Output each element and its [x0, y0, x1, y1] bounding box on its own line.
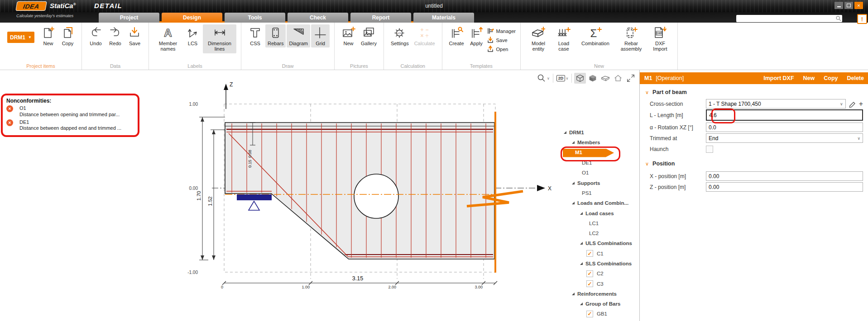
expand-icon[interactable]	[572, 293, 575, 295]
new-operation-button[interactable]: New	[803, 75, 815, 81]
drawing-canvas[interactable]: Z X 1.00 0.00 -1.00	[0, 70, 639, 321]
trimmed-at-select[interactable]: End ∨	[706, 133, 863, 143]
dimension-lines-toggle[interactable]: Dimension lines	[203, 24, 236, 53]
expand-icon[interactable]	[564, 131, 566, 134]
tab-project[interactable]: Project	[99, 13, 159, 23]
tree-item-reinforcements[interactable]: Reinforcements	[563, 289, 638, 299]
search-icon[interactable]	[835, 15, 842, 22]
cross-section-select[interactable]: 1 - T Shape 1700,450 ∨	[706, 99, 846, 109]
search-input[interactable]	[736, 16, 835, 21]
tab-check[interactable]: Check	[288, 13, 348, 23]
tab-tools[interactable]: Tools	[225, 13, 285, 23]
tree-item-o1[interactable]: O1	[563, 168, 638, 178]
tab-materials[interactable]: Materials	[413, 13, 474, 23]
rebars-toggle[interactable]: Rebars	[265, 24, 286, 47]
checkbox-checked[interactable]: ✓	[586, 311, 593, 317]
clip-plane-button[interactable]	[599, 73, 611, 84]
zoom-tool-button[interactable]: ∨	[536, 73, 551, 84]
copy-project-item-button[interactable]: Copy	[58, 24, 77, 47]
expand-icon[interactable]	[580, 262, 583, 265]
apply-template-button[interactable]: Apply	[467, 24, 486, 47]
expand-icon[interactable]	[572, 182, 575, 184]
add-cross-section-icon[interactable]: +	[859, 101, 863, 107]
collapse-icon[interactable]: ∨	[645, 90, 649, 95]
delete-operation-button[interactable]: Delete	[847, 75, 864, 81]
gallery-button[interactable]: Gallery	[359, 24, 379, 47]
tree-item-uls-combinations[interactable]: ULS Combinations	[563, 238, 638, 248]
x-position-input[interactable]: 0.00	[706, 171, 863, 181]
collapse-icon[interactable]: ∨	[645, 161, 649, 167]
import-dxf-button[interactable]: Import DXF	[763, 75, 794, 81]
expand-icon[interactable]	[572, 202, 575, 204]
template-manager-button[interactable]: Manager	[487, 27, 516, 35]
close-button[interactable]: ×	[854, 2, 863, 9]
template-save-button[interactable]: Save	[487, 36, 516, 44]
tab-design[interactable]: Design	[162, 13, 222, 23]
undo-button[interactable]: Undo	[86, 24, 105, 47]
tree-item-c2[interactable]: ✓C2	[563, 269, 638, 279]
grid-toggle[interactable]: Grid	[311, 24, 330, 47]
rotation-input[interactable]: 0.0	[706, 123, 863, 132]
project-item-selector[interactable]: DRM1▼	[7, 32, 34, 43]
tree-item-group-of-bars[interactable]: Group of Bars	[563, 299, 638, 309]
svg-text:-1.00: -1.00	[187, 270, 198, 275]
tree-item-gb1[interactable]: ✓GB1	[563, 309, 638, 319]
dim-offset-b: 0.15	[248, 160, 252, 168]
alert-badge[interactable]: !	[857, 14, 867, 24]
opening-circle[interactable]	[354, 174, 398, 218]
home-view-button[interactable]	[612, 73, 624, 84]
new-combination-button[interactable]: Σ Combination	[576, 24, 615, 47]
tree-item-m1-selected[interactable]: M1	[563, 148, 638, 158]
section-part-of-beam[interactable]: ∨ Part of beam	[645, 89, 687, 95]
new-load-case-button[interactable]: Load case	[552, 24, 575, 53]
expand-icon[interactable]	[580, 242, 583, 245]
copy-operation-button[interactable]: Copy	[824, 75, 838, 81]
checkbox-checked[interactable]: ✓	[586, 280, 593, 287]
expand-icon[interactable]	[572, 141, 575, 144]
member-names-toggle[interactable]: A Member names	[153, 24, 182, 53]
new-model-entity-button[interactable]: Model entity	[525, 24, 551, 53]
z-position-input[interactable]: 0.00	[706, 182, 863, 192]
diagram-toggle[interactable]: Diagram	[287, 24, 310, 47]
new-picture-button[interactable]: New	[339, 24, 358, 47]
template-open-button[interactable]: Open	[487, 45, 516, 53]
tree-item-drm1[interactable]: DRM1	[563, 127, 638, 137]
css-toggle[interactable]: CSS	[246, 24, 264, 47]
solid-view-button[interactable]	[587, 73, 599, 84]
save-button[interactable]: Save	[125, 24, 144, 47]
tree-item-ps1[interactable]: PS1	[563, 188, 638, 198]
checkbox-checked[interactable]: ✓	[586, 250, 593, 257]
annotation-outline	[711, 109, 735, 123]
tree-item-load-cases[interactable]: Load cases	[563, 208, 638, 218]
nonconformity-item[interactable]: × DE1 Distance between dapped end and tr…	[6, 119, 134, 132]
new-rebar-assembly-button[interactable]: Rebar assembly	[616, 24, 647, 53]
edit-cross-section-icon[interactable]	[849, 100, 856, 108]
minimize-button[interactable]	[834, 2, 843, 9]
dxf-import-button[interactable]: DXF DXF Import	[647, 24, 673, 53]
section-position[interactable]: ∨ Position	[645, 160, 675, 167]
settings-button[interactable]: </> Settings	[388, 24, 411, 47]
tree-item-lc2[interactable]: LC2	[563, 228, 638, 238]
search-box[interactable]	[736, 15, 842, 22]
expand-icon[interactable]	[580, 302, 583, 305]
tree-item-sls-combinations[interactable]: SLS Combinations	[563, 259, 638, 269]
tree-item-loads-combinations[interactable]: Loads and Combin...	[563, 198, 638, 208]
create-template-button[interactable]: Create	[447, 24, 466, 47]
fit-view-button[interactable]	[625, 73, 637, 84]
restore-button[interactable]	[844, 2, 853, 9]
redo-button[interactable]: Redo	[106, 24, 125, 47]
nonconformity-item[interactable]: × O1 Distance between opening and trimme…	[6, 105, 134, 118]
tab-report[interactable]: Report	[350, 13, 411, 23]
tree-item-c1[interactable]: ✓C1	[563, 249, 638, 259]
checkbox-checked[interactable]: ✓	[586, 270, 593, 277]
view-mode-button[interactable]: 2D∨	[556, 73, 569, 84]
tree-item-supports[interactable]: Supports	[563, 178, 638, 188]
lcs-toggle[interactable]: LCS	[183, 24, 202, 47]
tree-item-lc1[interactable]: LC1	[563, 218, 638, 228]
haunch-checkbox[interactable]	[706, 146, 713, 153]
expand-icon[interactable]	[580, 212, 583, 215]
tree-item-c3[interactable]: ✓C3	[563, 279, 638, 288]
point-support[interactable]	[237, 194, 272, 210]
new-project-item-button[interactable]: New	[39, 24, 58, 47]
wireframe-view-button[interactable]	[574, 73, 586, 84]
